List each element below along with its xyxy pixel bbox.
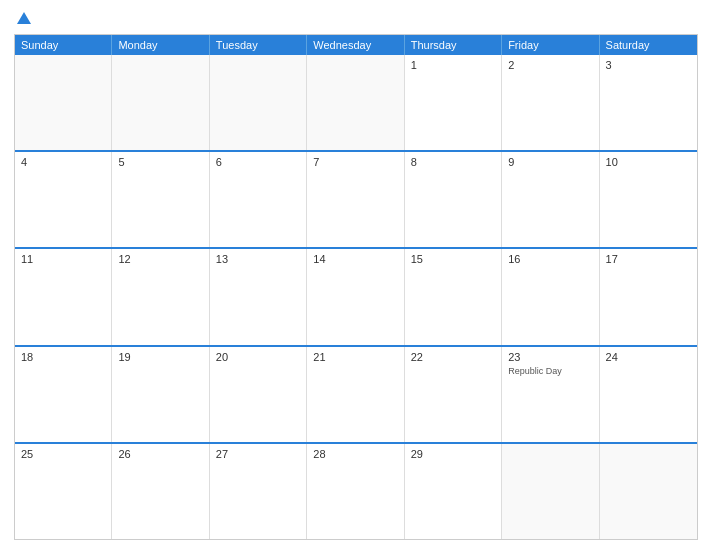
day-header-wednesday: Wednesday [307,35,404,55]
day-header-tuesday: Tuesday [210,35,307,55]
day-cell: 20 [210,347,307,442]
day-number: 1 [411,59,495,71]
day-cell: 25 [15,444,112,539]
logo [14,10,34,28]
svg-marker-0 [17,12,31,24]
day-cell: 28 [307,444,404,539]
day-cell: 21 [307,347,404,442]
day-number: 21 [313,351,397,363]
day-number: 5 [118,156,202,168]
day-cell: 5 [112,152,209,247]
day-number: 8 [411,156,495,168]
day-cell [502,444,599,539]
week-row-2: 45678910 [15,150,697,247]
day-number: 3 [606,59,691,71]
day-header-thursday: Thursday [405,35,502,55]
day-cell: 3 [600,55,697,150]
week-row-1: 123 [15,55,697,150]
day-number: 23 [508,351,592,363]
day-cell [112,55,209,150]
day-cell: 7 [307,152,404,247]
day-number: 6 [216,156,300,168]
day-event: Republic Day [508,366,592,376]
weeks-container: 1234567891011121314151617181920212223Rep… [15,55,697,539]
day-cell [600,444,697,539]
day-cell: 15 [405,249,502,344]
day-number: 29 [411,448,495,460]
day-number: 9 [508,156,592,168]
day-cell: 11 [15,249,112,344]
day-cell: 23Republic Day [502,347,599,442]
day-header-saturday: Saturday [600,35,697,55]
day-number: 22 [411,351,495,363]
day-cell: 27 [210,444,307,539]
day-cell: 29 [405,444,502,539]
day-number: 10 [606,156,691,168]
day-cell: 2 [502,55,599,150]
day-cell: 10 [600,152,697,247]
day-cell: 19 [112,347,209,442]
day-headers-row: SundayMondayTuesdayWednesdayThursdayFrid… [15,35,697,55]
day-number: 12 [118,253,202,265]
day-cell: 17 [600,249,697,344]
day-number: 2 [508,59,592,71]
day-number: 11 [21,253,105,265]
day-cell: 14 [307,249,404,344]
week-row-5: 2526272829 [15,442,697,539]
day-number: 13 [216,253,300,265]
day-cell [15,55,112,150]
day-cell [210,55,307,150]
day-cell: 1 [405,55,502,150]
day-number: 15 [411,253,495,265]
day-header-sunday: Sunday [15,35,112,55]
day-cell: 16 [502,249,599,344]
day-number: 24 [606,351,691,363]
day-number: 14 [313,253,397,265]
day-cell: 4 [15,152,112,247]
day-header-monday: Monday [112,35,209,55]
day-number: 20 [216,351,300,363]
calendar-page: SundayMondayTuesdayWednesdayThursdayFrid… [0,0,712,550]
week-row-4: 181920212223Republic Day24 [15,345,697,442]
day-cell: 8 [405,152,502,247]
day-cell: 22 [405,347,502,442]
day-cell: 9 [502,152,599,247]
day-cell: 12 [112,249,209,344]
week-row-3: 11121314151617 [15,247,697,344]
day-number: 7 [313,156,397,168]
day-number: 25 [21,448,105,460]
day-cell: 6 [210,152,307,247]
calendar-grid: SundayMondayTuesdayWednesdayThursdayFrid… [14,34,698,540]
day-number: 26 [118,448,202,460]
day-number: 28 [313,448,397,460]
day-header-friday: Friday [502,35,599,55]
logo-icon [15,10,33,28]
day-cell: 24 [600,347,697,442]
calendar-header [14,10,698,28]
day-cell: 26 [112,444,209,539]
day-cell: 18 [15,347,112,442]
day-number: 16 [508,253,592,265]
day-number: 19 [118,351,202,363]
day-number: 27 [216,448,300,460]
day-number: 17 [606,253,691,265]
day-number: 4 [21,156,105,168]
day-cell [307,55,404,150]
day-number: 18 [21,351,105,363]
day-cell: 13 [210,249,307,344]
